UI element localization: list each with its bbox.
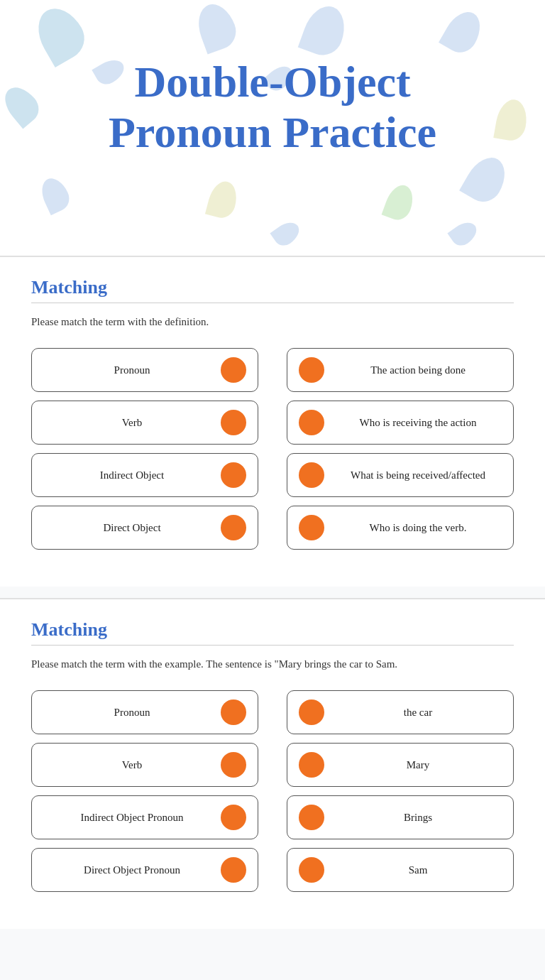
match-row: Indirect Object Pronoun Brings <box>31 795 514 839</box>
decorative-drop <box>382 181 418 223</box>
right-label: What is being received/affected <box>334 469 502 481</box>
right-label: Who is doing the verb. <box>334 522 502 534</box>
section-matching-1: Matching Please match the term with the … <box>0 256 545 587</box>
right-card-def-doing[interactable]: Who is doing the verb. <box>287 506 514 550</box>
matching-1-grid: Pronoun The action being done Verb Who i… <box>31 348 514 550</box>
left-card-pronoun2[interactable]: Pronoun <box>31 690 258 734</box>
match-row: Direct Object Pronoun Sam <box>31 848 514 892</box>
connector-dot-right <box>299 805 324 830</box>
left-card-verb[interactable]: Verb <box>31 401 258 445</box>
match-row: Verb Who is receiving the action <box>31 401 514 445</box>
connector-dot-left <box>221 357 246 383</box>
left-label: Indirect Object Pronoun <box>43 812 221 824</box>
left-card-direct-object-pronoun[interactable]: Direct Object Pronoun <box>31 848 258 892</box>
connector-dot-left <box>221 515 246 540</box>
matching-2-grid: Pronoun the car Verb Mary Indirect Objec… <box>31 690 514 892</box>
left-label: Indirect Object <box>43 469 221 481</box>
right-card-def-affected[interactable]: What is being received/affected <box>287 453 514 497</box>
section-1-instruction: Please match the term with the definitio… <box>31 316 514 328</box>
right-card-ex-sam[interactable]: Sam <box>287 848 514 892</box>
decorative-drop <box>270 218 303 250</box>
connector-dot-right <box>299 462 324 488</box>
connector-dot-left <box>221 805 246 830</box>
connector-dot-right <box>299 857 324 883</box>
decorative-drop <box>36 174 73 215</box>
right-label: Mary <box>334 759 502 771</box>
section-2-instruction: Please match the term with the example. … <box>31 658 514 670</box>
connector-dot-left <box>221 410 246 435</box>
match-row: Verb Mary <box>31 743 514 787</box>
right-label: Sam <box>334 864 502 876</box>
match-row: Pronoun the car <box>31 690 514 734</box>
decorative-drop <box>192 0 241 55</box>
left-label: Direct Object Pronoun <box>43 864 221 876</box>
right-card-ex-brings[interactable]: Brings <box>287 795 514 839</box>
left-label: Pronoun <box>43 707 221 719</box>
decorative-drop <box>205 178 241 221</box>
left-card-indirect-object[interactable]: Indirect Object <box>31 453 258 497</box>
header: Double-Object Pronoun Practice <box>0 0 545 256</box>
connector-dot-left <box>221 699 246 725</box>
connector-dot-right <box>299 357 324 383</box>
connector-dot-right <box>299 410 324 435</box>
right-card-ex-car[interactable]: the car <box>287 690 514 734</box>
decorative-drop <box>459 151 513 208</box>
right-label: Brings <box>334 812 502 824</box>
section-1-title: Matching <box>31 277 514 298</box>
right-label: The action being done <box>334 364 502 376</box>
right-card-ex-mary[interactable]: Mary <box>287 743 514 787</box>
left-card-verb2[interactable]: Verb <box>31 743 258 787</box>
page-title: Double-Object Pronoun Practice <box>14 57 531 158</box>
left-label: Direct Object <box>43 522 221 534</box>
decorative-drop <box>439 6 488 58</box>
match-row: Pronoun The action being done <box>31 348 514 392</box>
connector-dot-left <box>221 857 246 883</box>
right-label: the car <box>334 707 502 719</box>
decorative-drop <box>447 218 480 250</box>
section-2-title: Matching <box>31 619 514 641</box>
decorative-drop <box>298 1 352 61</box>
right-card-def-action[interactable]: The action being done <box>287 348 514 392</box>
right-card-def-receiving[interactable]: Who is receiving the action <box>287 401 514 445</box>
left-card-pronoun[interactable]: Pronoun <box>31 348 258 392</box>
right-label: Who is receiving the action <box>334 417 502 429</box>
match-row: Indirect Object What is being received/a… <box>31 453 514 497</box>
connector-dot-left <box>221 752 246 778</box>
connector-dot-right <box>299 699 324 725</box>
section-matching-2: Matching Please match the term with the … <box>0 598 545 929</box>
left-card-direct-object[interactable]: Direct Object <box>31 506 258 550</box>
match-row: Direct Object Who is doing the verb. <box>31 506 514 550</box>
connector-dot-right <box>299 752 324 778</box>
left-label: Verb <box>43 417 221 429</box>
connector-dot-right <box>299 515 324 540</box>
left-label: Verb <box>43 759 221 771</box>
left-label: Pronoun <box>43 364 221 376</box>
left-card-indirect-object-pronoun[interactable]: Indirect Object Pronoun <box>31 795 258 839</box>
connector-dot-left <box>221 462 246 488</box>
